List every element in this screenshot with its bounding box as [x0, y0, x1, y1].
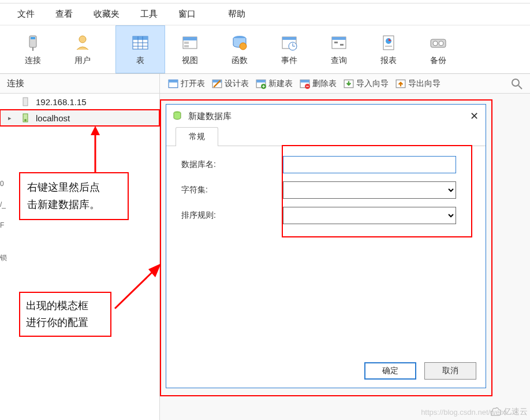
- server-icon: [21, 97, 30, 106]
- sub-toolbar: 连接 打开表 设计表 新建表 删除表 导入向导 导出向导: [0, 74, 530, 94]
- arrow-icon: [113, 260, 165, 312]
- import-icon: [344, 79, 354, 89]
- toolbar-label: 报表: [380, 55, 397, 66]
- connection-item[interactable]: 192.168.1.15: [0, 94, 159, 110]
- delete-table[interactable]: 删除表: [300, 79, 337, 89]
- svg-rect-17: [282, 37, 296, 40]
- database-icon: [172, 110, 182, 122]
- svg-line-48: [518, 86, 522, 89]
- connection-panel-header: 连接: [0, 74, 160, 93]
- svg-rect-11: [183, 37, 197, 40]
- toolbar-connection[interactable]: 连接: [8, 25, 58, 73]
- logo-yisu: 亿速云: [489, 406, 528, 418]
- arrow-icon: [87, 126, 104, 176]
- plug-icon: [24, 34, 42, 52]
- toolbar-user[interactable]: 用户: [58, 25, 107, 73]
- export-wizard[interactable]: 导出向导: [395, 79, 441, 89]
- view-icon: [181, 34, 199, 52]
- dialog-tabs: 常规: [166, 128, 486, 146]
- import-wizard[interactable]: 导入向导: [344, 79, 389, 89]
- menu-tools[interactable]: 工具: [130, 5, 168, 23]
- clock-icon: [280, 34, 298, 52]
- menu-help[interactable]: 帮助: [218, 5, 256, 23]
- table-design-icon: [212, 79, 222, 89]
- dialog-title: 新建数据库: [188, 111, 232, 122]
- toolbar-label: 备份: [430, 55, 446, 66]
- svg-rect-13: [184, 45, 189, 47]
- toolbar-event[interactable]: 事件: [264, 25, 314, 73]
- svg-rect-42: [300, 80, 309, 83]
- search-icon[interactable]: [510, 77, 523, 90]
- label-dbname: 数据库名:: [173, 159, 283, 170]
- toolbar-label: 表: [136, 55, 144, 66]
- content-area: 新建数据库 ✕ 常规 数据库名: 字符集: 排序规则:: [160, 94, 530, 420]
- report-icon: [379, 34, 398, 52]
- svg-rect-12: [184, 42, 189, 44]
- export-icon: [395, 79, 406, 89]
- toolbar-function[interactable]: 函数: [215, 25, 264, 73]
- toolbar-label: 连接: [25, 55, 41, 66]
- toolbar-backup[interactable]: 备份: [413, 25, 463, 73]
- svg-line-55: [115, 268, 156, 309]
- table-new-icon: [256, 79, 266, 89]
- new-table[interactable]: 新建表: [256, 79, 293, 89]
- svg-point-47: [512, 79, 519, 86]
- menu-file[interactable]: 文件: [7, 5, 45, 23]
- toolbar-view[interactable]: 视图: [165, 25, 215, 73]
- toolbar-label: 查询: [331, 55, 347, 66]
- connection-label: 192.168.1.15: [36, 97, 87, 107]
- annotation-rightclick-tip: 右键这里然后点 击新建数据库。: [19, 172, 129, 220]
- annotation-modal-tip: 出现的模态框 进行你的配置: [19, 292, 111, 337]
- menu-window[interactable]: 窗口: [168, 5, 206, 23]
- svg-rect-23: [334, 42, 338, 43]
- toolbar-label: 事件: [281, 55, 297, 66]
- svg-point-15: [240, 43, 247, 50]
- tape-icon: [429, 34, 447, 52]
- server-active-icon: [21, 113, 30, 122]
- svg-point-29: [433, 41, 438, 46]
- svg-rect-22: [332, 37, 346, 40]
- cancel-button[interactable]: 取消: [424, 362, 476, 380]
- toolbar-label: 用户: [74, 55, 91, 66]
- svg-rect-5: [133, 36, 148, 40]
- menu-view[interactable]: 查看: [45, 5, 83, 23]
- table-icon: [131, 34, 150, 52]
- svg-rect-37: [256, 80, 266, 83]
- toolbar-table[interactable]: 表: [115, 25, 165, 73]
- dialog-titlebar: 新建数据库 ✕: [166, 105, 486, 128]
- open-table[interactable]: 打开表: [168, 79, 205, 89]
- new-database-dialog: 新建数据库 ✕ 常规 数据库名: 字符集: 排序规则:: [166, 104, 486, 388]
- label-charset: 字符集:: [173, 185, 283, 195]
- label-collation: 排序规则:: [173, 210, 283, 221]
- table-delete-icon: [300, 79, 310, 89]
- menu-bar: 文件 查看 收藏夹 工具 窗口 帮助: [0, 3, 530, 25]
- svg-point-3: [79, 36, 86, 43]
- table-open-icon: [168, 79, 178, 89]
- svg-marker-54: [91, 126, 100, 135]
- toolbar-label: 函数: [232, 55, 248, 66]
- left-margin-text: 0 /_ F 锁: [0, 173, 8, 268]
- design-table[interactable]: 设计表: [212, 79, 249, 89]
- connection-tree: 192.168.1.15 ▸ localhost: [0, 94, 160, 420]
- annotation-form-outline: [282, 145, 472, 237]
- expand-icon[interactable]: ▸: [8, 114, 12, 122]
- user-icon: [73, 34, 92, 52]
- menu-favorites[interactable]: 收藏夹: [83, 5, 130, 23]
- function-icon: [230, 34, 249, 52]
- svg-point-51: [24, 119, 27, 121]
- connection-label: localhost: [36, 113, 70, 123]
- connection-item-localhost[interactable]: ▸ localhost: [0, 110, 159, 126]
- tab-general[interactable]: 常规: [176, 127, 218, 146]
- toolbar-label: 视图: [182, 55, 198, 66]
- close-icon[interactable]: ✕: [470, 110, 479, 122]
- main-toolbar: 连接 用户 表 视图 函数 事件 查询: [0, 25, 530, 74]
- query-icon: [330, 34, 348, 52]
- ok-button[interactable]: 确定: [364, 362, 416, 380]
- svg-rect-24: [340, 44, 344, 46]
- svg-point-30: [439, 41, 443, 46]
- svg-rect-49: [23, 98, 28, 106]
- toolbar-report[interactable]: 报表: [364, 25, 413, 73]
- svg-rect-1: [31, 37, 35, 39]
- svg-rect-32: [169, 80, 178, 83]
- toolbar-query[interactable]: 查询: [314, 25, 364, 73]
